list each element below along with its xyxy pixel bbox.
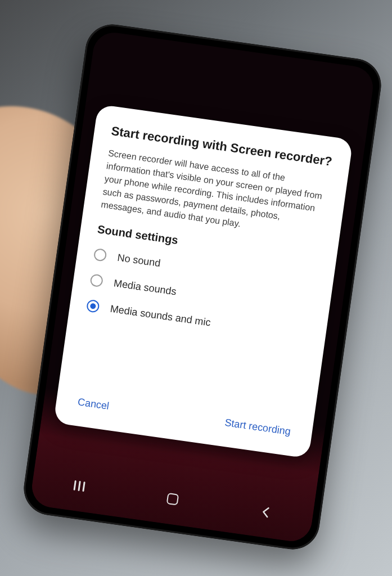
radio-label: Media sounds (113, 277, 177, 298)
nav-recents-button[interactable] (61, 472, 98, 500)
phone-frame: Start recording with Screen recorder? Sc… (20, 21, 384, 552)
radio-icon (89, 274, 103, 288)
back-icon (260, 506, 271, 519)
recents-icon (74, 480, 85, 492)
nav-back-button[interactable] (247, 499, 284, 526)
phone-screen: Start recording with Screen recorder? Sc… (29, 30, 376, 544)
radio-icon-checked (86, 299, 100, 313)
cancel-button[interactable]: Cancel (72, 390, 115, 418)
radio-label: No sound (116, 251, 161, 269)
start-recording-button[interactable]: Start recording (219, 411, 296, 444)
radio-label: Media sounds and mic (110, 303, 211, 329)
home-icon (166, 493, 179, 506)
radio-icon (93, 248, 107, 262)
screen-recorder-dialog: Start recording with Screen recorder? Sc… (53, 104, 353, 458)
nav-home-button[interactable] (154, 485, 191, 512)
photo-scene: Start recording with Screen recorder? Sc… (0, 0, 392, 576)
